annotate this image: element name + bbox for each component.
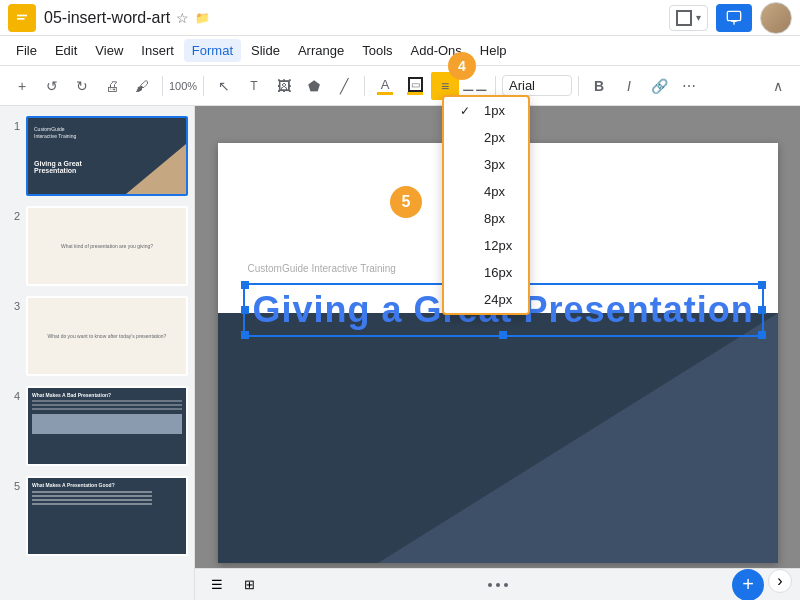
border-12px-option[interactable]: 12px (444, 232, 528, 259)
toolbar-zoom-button[interactable]: 100% (169, 72, 197, 100)
slide-num-1: 1 (6, 116, 20, 132)
svg-rect-3 (727, 11, 740, 20)
slide1-title: Giving a GreatPresentation (34, 160, 82, 174)
border-3px-option[interactable]: 3px (444, 151, 528, 178)
toolbar-line-button[interactable]: ╱ (330, 72, 358, 100)
slides-panel: 1 CustomGuideInteractive Training Giving… (0, 106, 195, 600)
toolbar-fill-color-button[interactable]: A (371, 72, 399, 100)
handle-left-mid[interactable] (241, 306, 249, 314)
toolbar-more-button[interactable]: ⋯ (675, 72, 703, 100)
border-1px-option[interactable]: ✓ 1px (444, 97, 528, 124)
step-5-badge: 5 (390, 186, 422, 218)
slide-item-5[interactable]: 5 What Makes A Presentation Good? (4, 474, 190, 558)
svg-rect-5 (733, 22, 734, 25)
slide-item-3[interactable]: 3 What do you want to know after today's… (4, 294, 190, 378)
border-size-dropdown: ✓ 1px 2px 3px 4px 8px 12px 16px 24px (442, 95, 530, 315)
check-icon: ✓ (460, 104, 476, 118)
border-2px-option[interactable]: 2px (444, 124, 528, 151)
title-group: 05-insert-word-art ☆ 📁 (44, 9, 669, 27)
divider-3 (364, 76, 365, 96)
bottom-right-controls: + › (732, 569, 792, 601)
slide-num-5: 5 (6, 476, 20, 492)
slide2-text: What kind of presentation are you giving… (57, 239, 157, 253)
handle-bottom-left[interactable] (241, 331, 249, 339)
view-buttons: ☰ ⊞ (203, 571, 263, 599)
add-slide-button[interactable]: + (732, 569, 764, 601)
slide1-subtext: CustomGuideInteractive Training (34, 126, 76, 140)
handle-top-right[interactable] (758, 281, 766, 289)
toolbar-textbox-button[interactable]: T (240, 72, 268, 100)
right-controls: ▾ (669, 2, 792, 34)
border-4px-option[interactable]: 4px (444, 178, 528, 205)
slide-item-1[interactable]: 1 CustomGuideInteractive Training Giving… (4, 114, 190, 198)
folder-icon[interactable]: 📁 (195, 11, 210, 25)
toolbar-print-button[interactable]: 🖨 (98, 72, 126, 100)
google-slides-icon (8, 4, 36, 32)
title-bar: 05-insert-word-art ☆ 📁 ▾ (0, 0, 800, 36)
toolbar-cursor-button[interactable]: ↖ (210, 72, 238, 100)
slide-num-3: 3 (6, 296, 20, 312)
slide-thumb-4[interactable]: What Makes A Bad Presentation? (26, 386, 188, 466)
scroll-right-button[interactable]: › (768, 569, 792, 593)
toolbar-add-button[interactable]: + (8, 72, 36, 100)
slide-thumb-2[interactable]: What kind of presentation are you giving… (26, 206, 188, 286)
toolbar-bold-button[interactable]: B (585, 72, 613, 100)
border-24px-option[interactable]: 24px (444, 286, 528, 313)
toolbar-link-button[interactable]: 🔗 (645, 72, 673, 100)
toolbar-redo-button[interactable]: ↻ (68, 72, 96, 100)
toolbar-shapes-button[interactable]: ⬟ (300, 72, 328, 100)
grid-view-button[interactable]: ⊞ (235, 571, 263, 599)
list-view-button[interactable]: ☰ (203, 571, 231, 599)
menu-tools[interactable]: Tools (354, 39, 400, 62)
present-icon (726, 10, 742, 26)
layout-button[interactable]: ▾ (669, 5, 708, 31)
handle-top-left[interactable] (241, 281, 249, 289)
menu-format[interactable]: Format (184, 39, 241, 62)
toolbar: 4 + ↺ ↻ 🖨 🖌 100% ↖ T 🖼 ⬟ ╱ A ▭ ≡ ⚊⚊ Aria… (0, 66, 800, 106)
menu-insert[interactable]: Insert (133, 39, 182, 62)
slide-item-4[interactable]: 4 What Makes A Bad Presentation? (4, 384, 190, 468)
divider-2 (203, 76, 204, 96)
handle-bottom-mid[interactable] (499, 331, 507, 339)
slide5-line (32, 503, 152, 505)
slide-num-4: 4 (6, 386, 20, 402)
doc-title: 05-insert-word-art (44, 9, 170, 27)
menu-file[interactable]: File (8, 39, 45, 62)
canvas-triangle (378, 313, 778, 563)
menu-help[interactable]: Help (472, 39, 515, 62)
toolbar-format-paint-button[interactable]: 🖌 (128, 72, 156, 100)
toolbar-image-button[interactable]: 🖼 (270, 72, 298, 100)
border-8px-option[interactable]: 8px (444, 205, 528, 232)
present-button[interactable] (716, 4, 752, 32)
star-icon[interactable]: ☆ (176, 10, 189, 26)
slide-thumb-1[interactable]: CustomGuideInteractive Training Giving a… (26, 116, 188, 196)
canvas-subtitle: CustomGuide Interactive Training (248, 263, 396, 274)
dot-3 (504, 583, 508, 587)
divider-1 (162, 76, 163, 96)
toolbar-font-selector[interactable]: Arial (502, 75, 572, 96)
toolbar-italic-button[interactable]: I (615, 72, 643, 100)
slide4-img (32, 414, 182, 434)
handle-bottom-right[interactable] (758, 331, 766, 339)
slide-thumb-3[interactable]: What do you want to know after today's p… (26, 296, 188, 376)
slide-item-2[interactable]: 2 What kind of presentation are you givi… (4, 204, 190, 288)
dot-1 (488, 583, 492, 587)
toolbar-undo-button[interactable]: ↺ (38, 72, 66, 100)
menu-arrange[interactable]: Arrange (290, 39, 352, 62)
menu-view[interactable]: View (87, 39, 131, 62)
svg-rect-2 (17, 18, 25, 20)
slide3-text: What do you want to know after today's p… (44, 329, 171, 343)
slide-thumb-5[interactable]: What Makes A Presentation Good? (26, 476, 188, 556)
step-4-badge: 4 (448, 52, 476, 80)
menu-slide[interactable]: Slide (243, 39, 288, 62)
slide-num-2: 2 (6, 206, 20, 222)
toolbar-border-color-button[interactable]: ▭ (401, 72, 429, 100)
menu-edit[interactable]: Edit (47, 39, 85, 62)
slide5-title: What Makes A Presentation Good? (32, 482, 182, 488)
layout-square-icon (676, 10, 692, 26)
avatar[interactable] (760, 2, 792, 34)
border-16px-option[interactable]: 16px (444, 259, 528, 286)
toolbar-collapse-button[interactable]: ∧ (764, 72, 792, 100)
divider-5 (578, 76, 579, 96)
handle-right-mid[interactable] (758, 306, 766, 314)
